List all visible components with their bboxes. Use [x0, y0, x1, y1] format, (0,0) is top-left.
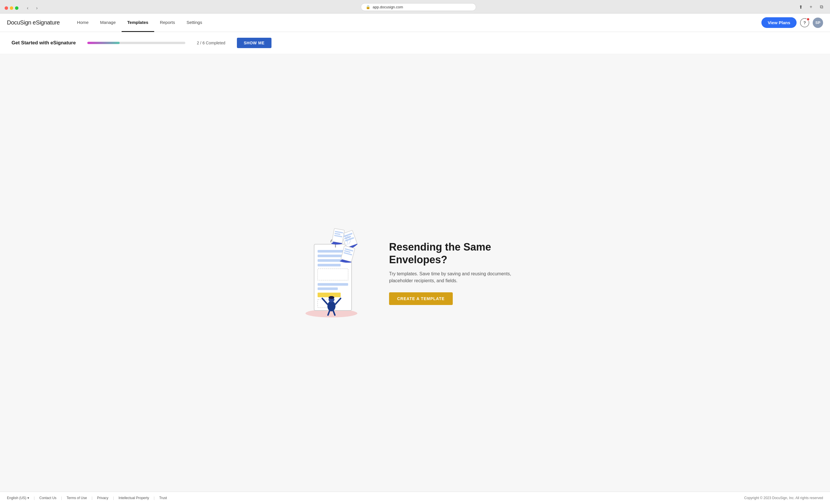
footer-divider-2: | [61, 496, 62, 500]
language-text: English (US) [7, 496, 26, 500]
footer-divider-3: | [92, 496, 93, 500]
progress-banner: Get Started with eSignature 2 / 6 Comple… [0, 32, 830, 54]
forward-button[interactable]: › [33, 5, 40, 11]
footer-language[interactable]: English (US) ▾ [7, 496, 29, 500]
main-content: Get Started with eSignature 2 / 6 Comple… [0, 32, 830, 492]
hero-subtext: Try templates. Save time by saving and r… [389, 270, 533, 284]
hero-heading: Resending the Same Envelopes? [389, 241, 533, 266]
notification-dot: ? [800, 18, 809, 27]
chevron-down-icon: ▾ [27, 496, 29, 500]
hero-text: Resending the Same Envelopes? Try templa… [389, 241, 533, 305]
footer-contact-us[interactable]: Contact Us [39, 496, 56, 500]
close-button[interactable] [5, 6, 8, 10]
footer-intellectual-property[interactable]: Intellectual Property [119, 496, 149, 500]
footer-divider-5: | [154, 496, 155, 500]
svg-point-11 [327, 301, 336, 311]
create-template-button[interactable]: CREATE A TEMPLATE [389, 292, 453, 305]
progress-count: 2 / 6 Completed [197, 41, 225, 45]
logo-subtext: eSignature [33, 19, 60, 26]
browser-chrome: ‹ › 🔒 app.docusign.com ⬆ + ⧉ [0, 0, 830, 13]
nav-tabs: Home Manage Templates Reports Settings [71, 13, 208, 32]
nav-tab-home[interactable]: Home [71, 13, 94, 32]
back-button[interactable]: ‹ [24, 5, 31, 11]
app-logo: DocuSign eSignature [7, 19, 60, 26]
tabs-button[interactable]: ⧉ [817, 3, 825, 11]
footer-trust[interactable]: Trust [159, 496, 167, 500]
svg-rect-3 [318, 255, 344, 257]
footer-terms-of-use[interactable]: Terms of Use [67, 496, 87, 500]
nav-tab-templates[interactable]: Templates [122, 13, 154, 32]
lock-icon: 🔒 [366, 5, 370, 9]
address-bar-container: 🔒 app.docusign.com [44, 3, 793, 13]
svg-rect-9 [318, 293, 341, 297]
progress-bar-fill [87, 42, 120, 44]
svg-rect-5 [318, 264, 341, 266]
nav-tab-reports[interactable]: Reports [154, 13, 181, 32]
traffic-lights [5, 6, 19, 10]
nav-tab-settings[interactable]: Settings [181, 13, 208, 32]
hero-inner: Resending the Same Envelopes? Try templa… [297, 227, 533, 319]
logo-text: DocuSign [7, 19, 33, 26]
footer-privacy[interactable]: Privacy [97, 496, 108, 500]
svg-rect-8 [318, 288, 338, 290]
view-plans-button[interactable]: View Plans [761, 17, 797, 28]
show-me-button[interactable]: SHOW ME [237, 38, 272, 48]
app-footer: English (US) ▾ | Contact Us | Terms of U… [0, 492, 830, 504]
new-tab-button[interactable]: + [807, 3, 815, 11]
hero-illustration [300, 227, 363, 319]
nav-tab-manage[interactable]: Manage [94, 13, 121, 32]
avatar[interactable]: SP [813, 18, 823, 28]
header-right: View Plans ? SP [761, 17, 823, 28]
browser-actions: ⬆ + ⧉ [797, 3, 825, 13]
url-text: app.docusign.com [373, 5, 403, 9]
browser-controls: ‹ › [24, 5, 40, 11]
fullscreen-button[interactable] [15, 6, 19, 10]
progress-bar-track [87, 42, 185, 44]
svg-rect-7 [318, 283, 348, 286]
hero-section: Resending the Same Envelopes? Try templa… [0, 54, 830, 492]
app-header: DocuSign eSignature Home Manage Template… [0, 13, 830, 32]
footer-divider-1: | [34, 496, 35, 500]
footer-divider-4: | [113, 496, 114, 500]
share-button[interactable]: ⬆ [797, 3, 805, 11]
svg-point-13 [328, 296, 334, 299]
illustration-container [297, 227, 366, 319]
app-wrapper: DocuSign eSignature Home Manage Template… [0, 13, 830, 504]
help-button[interactable]: ? [800, 18, 809, 27]
address-bar[interactable]: 🔒 app.docusign.com [361, 3, 476, 11]
progress-text-group: Get Started with eSignature [11, 40, 76, 46]
minimize-button[interactable] [10, 6, 13, 10]
progress-title: Get Started with eSignature [11, 40, 76, 46]
footer-copyright: Copyright © 2023 DocuSign, Inc. All righ… [744, 496, 823, 500]
